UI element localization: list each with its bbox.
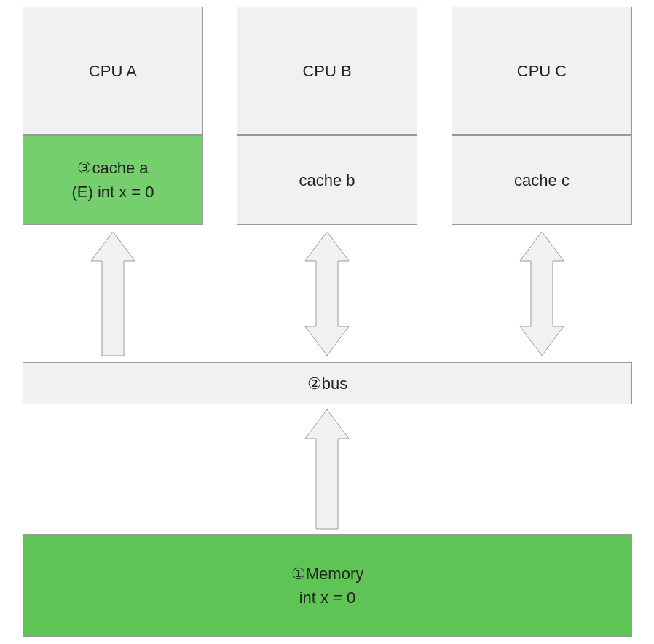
cache-b-box: cache b xyxy=(237,135,417,225)
cache-c-box: cache c xyxy=(452,135,632,225)
memory-box: ①Memory int x = 0 xyxy=(23,534,632,637)
cpu-c-box: CPU C xyxy=(452,7,632,135)
arrow-cache-a-up-icon xyxy=(90,230,136,357)
memory-line2: int x = 0 xyxy=(299,586,356,610)
diagram-canvas: CPU A ③cache a (E) int x = 0 CPU B cache… xyxy=(0,0,654,644)
cpu-b-box: CPU B xyxy=(237,7,417,135)
arrow-cache-c-double-icon xyxy=(519,230,565,357)
arrow-cache-b-double-icon xyxy=(304,230,350,357)
cache-a-box: ③cache a (E) int x = 0 xyxy=(23,135,203,225)
cache-a-line2: (E) int x = 0 xyxy=(71,180,154,204)
cache-b-line1: cache b xyxy=(299,168,355,192)
memory-line1: ①Memory xyxy=(291,562,363,586)
cache-a-line1: ③cache a xyxy=(77,156,148,180)
cpu-a-label: CPU A xyxy=(89,59,137,83)
cpu-b-label: CPU B xyxy=(302,59,351,83)
bus-box: ②bus xyxy=(23,362,632,404)
cpu-a-box: CPU A xyxy=(23,7,203,135)
bus-label: ②bus xyxy=(307,372,347,396)
arrow-memory-up-icon xyxy=(304,408,350,530)
cpu-c-label: CPU C xyxy=(517,59,567,83)
cache-c-line1: cache c xyxy=(514,168,570,192)
